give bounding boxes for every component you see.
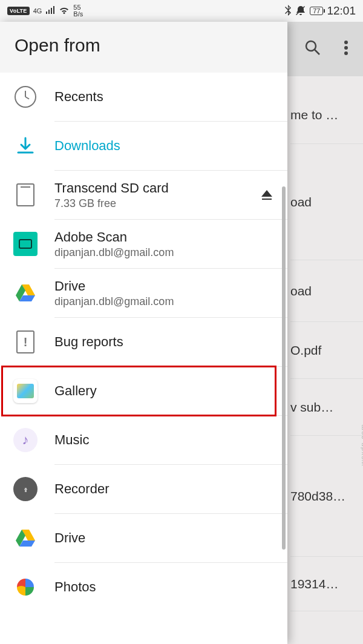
item-label: Drive bbox=[54, 530, 274, 546]
svg-line-1 bbox=[315, 50, 319, 54]
notification-mute-icon bbox=[295, 5, 306, 18]
background-row[interactable]: me to … bbox=[290, 86, 363, 144]
more-icon[interactable] bbox=[344, 39, 348, 59]
drawer-list[interactable]: Recents Downloads Transcend SD card 7.33… bbox=[0, 73, 287, 644]
speed-unit: B/s bbox=[73, 11, 83, 18]
clock-icon bbox=[13, 85, 38, 109]
drawer-item-photos[interactable]: Photos bbox=[0, 563, 287, 611]
drive-icon bbox=[13, 281, 38, 305]
gallery-icon bbox=[13, 379, 38, 403]
battery-indicator: 77 bbox=[310, 7, 323, 15]
signal-icon bbox=[45, 6, 55, 16]
svg-point-2 bbox=[344, 41, 348, 44]
item-sublabel: dipanjan.dbl@gmail.com bbox=[54, 246, 274, 259]
status-right: 77 12:01 bbox=[284, 4, 356, 18]
bug-report-icon: ! bbox=[13, 330, 38, 354]
drawer-item-gallery[interactable]: Gallery bbox=[0, 367, 287, 415]
background-row[interactable]: 19314… bbox=[290, 557, 363, 611]
speed-indicator: 55 B/s bbox=[73, 4, 83, 18]
volte-badge: VoLTE bbox=[7, 7, 30, 15]
item-label: Photos bbox=[54, 579, 274, 595]
drawer-item-drive[interactable]: Drive dipanjan.dbl@gmail.com bbox=[0, 269, 287, 317]
adobe-scan-icon bbox=[13, 232, 38, 256]
drawer-item-drive2[interactable]: Drive bbox=[0, 514, 287, 562]
scrollbar[interactable] bbox=[282, 186, 286, 550]
status-left: VoLTE 4G 55 B/s bbox=[7, 4, 83, 18]
item-label: Gallery bbox=[54, 383, 274, 399]
drive-icon bbox=[13, 526, 38, 550]
network-indicator: 4G bbox=[33, 8, 42, 15]
bluetooth-icon bbox=[284, 5, 292, 18]
background-row[interactable]: oad bbox=[290, 144, 363, 260]
eject-icon[interactable] bbox=[260, 188, 274, 202]
background-row[interactable]: 780d38… bbox=[290, 436, 363, 557]
music-icon: ♪ bbox=[13, 428, 38, 452]
drawer-title: Open from bbox=[15, 35, 273, 56]
background-row[interactable]: O.pdf bbox=[290, 322, 363, 379]
svg-point-3 bbox=[344, 46, 348, 50]
item-label: Recorder bbox=[54, 481, 274, 497]
item-label: Recents bbox=[54, 89, 274, 105]
item-label: Bug reports bbox=[54, 334, 274, 350]
wifi-icon bbox=[59, 6, 70, 16]
item-sublabel: 7.33 GB free bbox=[54, 197, 243, 210]
background-row[interactable]: oad bbox=[290, 260, 363, 322]
status-bar: VoLTE 4G 55 B/s 77 12:01 bbox=[0, 0, 363, 22]
item-label: Drive bbox=[54, 278, 274, 294]
drawer-item-bugreports[interactable]: ! Bug reports bbox=[0, 318, 287, 366]
search-icon[interactable] bbox=[304, 39, 322, 59]
svg-point-4 bbox=[344, 51, 348, 55]
drawer-item-music[interactable]: ♪ Music bbox=[0, 416, 287, 464]
drawer-item-adobescan[interactable]: Adobe Scan dipanjan.dbl@gmail.com bbox=[0, 220, 287, 268]
drawer-header: Open from bbox=[0, 22, 287, 73]
clock-time: 12:01 bbox=[327, 4, 356, 18]
drawer-item-recorder[interactable]: ∙|||∙ Recorder bbox=[0, 465, 287, 513]
watermark: wsxdn.com bbox=[359, 424, 363, 465]
item-label: Music bbox=[54, 432, 274, 448]
photos-icon bbox=[13, 575, 38, 599]
recorder-icon: ∙|||∙ bbox=[13, 477, 38, 501]
network-gen: 4G bbox=[33, 8, 42, 15]
drawer-item-sdcard[interactable]: Transcend SD card 7.33 GB free bbox=[0, 171, 287, 219]
drawer-item-recents[interactable]: Recents bbox=[0, 73, 287, 121]
background-row[interactable]: v sub… bbox=[290, 379, 363, 436]
download-icon bbox=[13, 134, 38, 158]
svg-point-0 bbox=[306, 41, 316, 51]
drawer-item-downloads[interactable]: Downloads bbox=[0, 122, 287, 170]
sdcard-icon bbox=[13, 183, 38, 207]
open-from-drawer: Open from Recents Downloads Transcend SD… bbox=[0, 22, 287, 644]
item-label: Transcend SD card bbox=[54, 180, 243, 196]
item-label: Downloads bbox=[54, 138, 274, 154]
item-sublabel: dipanjan.dbl@gmail.com bbox=[54, 295, 274, 308]
item-label: Adobe Scan bbox=[54, 229, 274, 245]
